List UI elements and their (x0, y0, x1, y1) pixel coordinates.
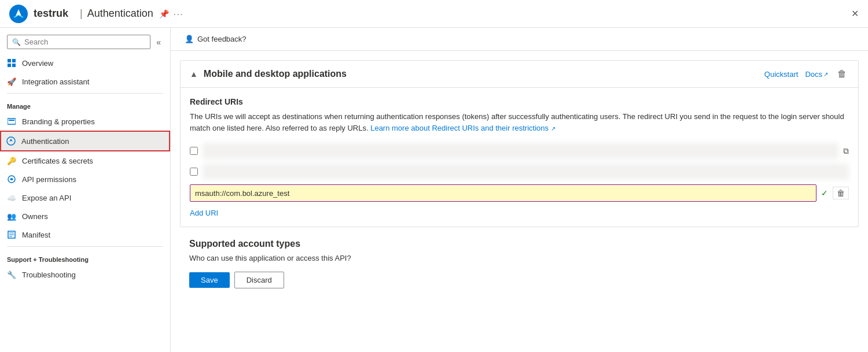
sidebar-owners-label: Owners (22, 212, 48, 221)
svg-rect-5 (8, 118, 16, 124)
uri-checkbox-1[interactable] (190, 147, 198, 155)
svg-rect-3 (8, 64, 11, 67)
sidebar-integration-label: Integration assistant (22, 77, 89, 86)
section-collapse-icon[interactable]: ▲ (190, 69, 198, 79)
svg-rect-1 (8, 59, 11, 62)
uri-delete-button[interactable]: 🗑 (833, 187, 849, 199)
support-divider (7, 246, 163, 247)
cloud-icon: ☁️ (7, 193, 16, 202)
manage-divider (7, 93, 163, 94)
header-separator: | (80, 8, 83, 20)
redirect-learn-more-link[interactable]: Learn more about Redirect URIs and their… (370, 124, 555, 132)
supported-title: Supported account types (180, 239, 859, 249)
sidebar-item-branding[interactable]: Branding & properties (0, 112, 170, 131)
sidebar-item-troubleshooting[interactable]: 🔧 Troubleshooting (0, 265, 170, 284)
auth-icon (6, 136, 16, 146)
pin-icon[interactable]: 📌 (159, 9, 169, 18)
main-toolbar: 👤 Got feedback? (171, 28, 868, 51)
people-icon: 👥 (7, 212, 16, 221)
svg-point-7 (7, 137, 15, 145)
sidebar-manifest-label: Manifest (22, 231, 50, 239)
key-icon: 🔑 (7, 156, 16, 165)
branding-icon (7, 117, 16, 126)
search-container: 🔍 « (0, 28, 170, 54)
redirect-uris-desc: The URIs we will accept as destinations … (190, 111, 849, 134)
discard-button[interactable]: Discard (234, 272, 284, 288)
feedback-button[interactable]: 👤 Got feedback? (180, 32, 251, 46)
svg-rect-4 (12, 64, 16, 67)
learn-more-ext-icon: ↗ (551, 125, 556, 132)
uri-input-box: msauth://com.bol.azure_test (190, 184, 816, 202)
sidebar-item-expose-api[interactable]: ☁️ Expose an API (0, 188, 170, 207)
more-options-icon[interactable]: ··· (174, 9, 184, 18)
wrench-icon: 🔧 (7, 270, 16, 279)
uri-input-row: msauth://com.bol.azure_test ✓ 🗑 (190, 184, 849, 202)
sidebar-item-certificates[interactable]: 🔑 Certificates & secrets (0, 151, 170, 170)
docs-label: Docs (805, 70, 822, 79)
mobile-desktop-section: ▲ Mobile and desktop applications Quicks… (180, 60, 859, 227)
section-title: Mobile and desktop applications (204, 69, 759, 79)
rocket-icon: 🚀 (7, 77, 16, 86)
api-icon (7, 175, 16, 184)
grid-icon (7, 58, 16, 68)
sidebar-certificates-label: Certificates & secrets (22, 157, 93, 165)
close-icon[interactable]: ✕ (851, 8, 859, 19)
copy-icon-1[interactable]: ⧉ (843, 146, 849, 156)
external-link-icon: ↗ (823, 71, 828, 77)
sidebar-expose-label: Expose an API (22, 194, 71, 202)
header: testruk | Authentication 📌 ··· ✕ (0, 0, 868, 28)
section-actions: Quickstart Docs ↗ 🗑 (764, 68, 849, 80)
supported-account-types-section: Supported account types Who can use this… (180, 239, 859, 262)
uri-checkbox-2[interactable] (190, 168, 198, 176)
feedback-person-icon: 👤 (185, 35, 194, 43)
support-section-label: Support + Troubleshooting (0, 249, 170, 265)
sidebar-item-api-permissions[interactable]: API permissions (0, 170, 170, 188)
sidebar-api-label: API permissions (22, 175, 76, 184)
save-button[interactable]: Save (189, 272, 230, 288)
footer-actions: Save Discard (180, 262, 859, 298)
search-box[interactable]: 🔍 (7, 35, 150, 49)
search-icon: 🔍 (12, 38, 21, 46)
add-uri-link[interactable]: Add URI (190, 209, 218, 217)
uri-row-1: ⧉ (190, 143, 849, 159)
quickstart-link[interactable]: Quickstart (764, 70, 799, 79)
supported-desc: Who can use this application or access t… (180, 254, 859, 262)
sidebar-overview-label: Overview (22, 59, 53, 68)
redirect-uris-title: Redirect URIs (190, 97, 849, 106)
main-content-area: 👤 Got feedback? ▲ Mobile and desktop app… (171, 28, 868, 352)
collapse-sidebar-button[interactable]: « (154, 35, 163, 49)
sidebar-item-overview[interactable]: Overview (0, 54, 170, 72)
svg-rect-2 (12, 59, 16, 62)
azure-logo (9, 5, 28, 23)
uri-row-2 (190, 164, 849, 180)
manifest-icon (7, 230, 16, 239)
docs-link[interactable]: Docs ↗ (805, 70, 828, 79)
uri-blurred-text-1 (203, 143, 838, 159)
sidebar-branding-label: Branding & properties (22, 117, 95, 126)
sidebar-authentication-label: Authentication (21, 137, 69, 146)
sidebar: 🔍 « Overview 🚀 Integration assistant Man… (0, 28, 171, 352)
sidebar-troubleshooting-label: Troubleshooting (22, 271, 76, 279)
sidebar-item-integration-assistant[interactable]: 🚀 Integration assistant (0, 72, 170, 91)
sidebar-item-authentication[interactable]: Authentication (0, 131, 170, 151)
search-input[interactable] (24, 38, 145, 46)
uri-input-value: msauth://com.bol.azure_test (195, 189, 289, 198)
uri-blurred-text-2 (203, 164, 849, 180)
section-header: ▲ Mobile and desktop applications Quicks… (181, 61, 858, 88)
manage-section-label: Manage (0, 96, 170, 112)
feedback-label: Got feedback? (197, 35, 247, 43)
uri-valid-checkmark: ✓ (819, 188, 830, 198)
sidebar-item-owners[interactable]: 👥 Owners (0, 207, 170, 225)
header-app-name: testruk (34, 8, 68, 20)
sidebar-item-manifest[interactable]: Manifest (0, 225, 170, 244)
header-page-title: Authentication (87, 8, 153, 20)
section-body: Redirect URIs The URIs we will accept as… (181, 88, 858, 227)
main-scrollable-content: ▲ Mobile and desktop applications Quicks… (171, 51, 868, 352)
svg-rect-6 (9, 120, 14, 121)
section-delete-icon[interactable]: 🗑 (835, 68, 849, 80)
